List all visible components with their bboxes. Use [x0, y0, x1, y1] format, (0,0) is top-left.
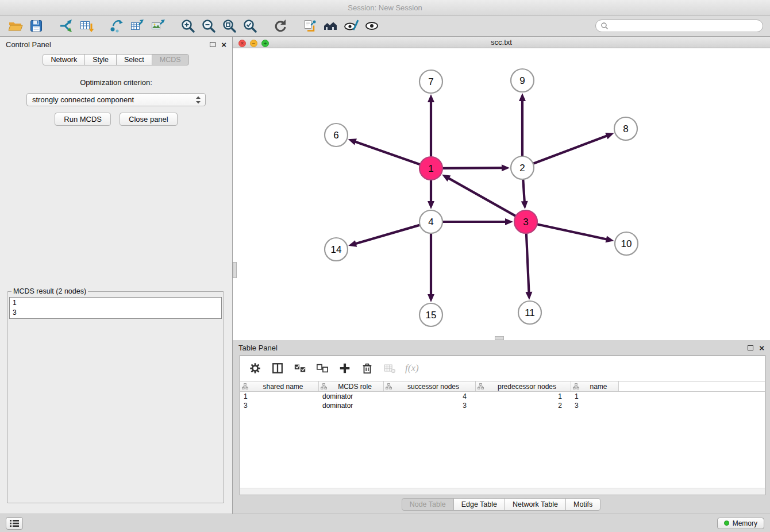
export-network-icon[interactable] [108, 17, 125, 34]
tab-node-table[interactable]: Node Table [402, 498, 454, 511]
tab-network[interactable]: Network [43, 54, 85, 65]
table-hscrollbar[interactable] [240, 488, 765, 495]
splitter-handle-bottom[interactable] [495, 336, 504, 340]
search-box[interactable] [595, 20, 763, 32]
column-header-name[interactable]: name [571, 381, 619, 391]
zoom-selected-icon[interactable] [241, 17, 259, 34]
column-visibility-icon[interactable] [271, 361, 284, 375]
network-window-titlebar[interactable]: × − + scc.txt [233, 37, 770, 48]
tab-edge-table[interactable]: Edge Table [453, 498, 505, 511]
settings-gear-icon[interactable] [248, 361, 262, 375]
criterion-dropdown[interactable]: strongly connected component [26, 93, 206, 106]
delete-row-icon[interactable] [360, 361, 374, 375]
import-table-icon[interactable] [78, 17, 95, 34]
table-cell[interactable]: dominator [319, 392, 384, 400]
column-header-successor-nodes[interactable]: successor nodes [384, 381, 476, 391]
mcds-result-list[interactable]: 1 3 [9, 297, 222, 319]
refresh-icon[interactable] [271, 17, 288, 34]
show-hide-eye-icon[interactable] [363, 17, 380, 34]
svg-text:14: 14 [331, 244, 342, 255]
table-cell[interactable]: 3 [571, 402, 619, 410]
import-network-icon[interactable] [57, 17, 75, 34]
home-icon[interactable] [322, 17, 339, 34]
tab-mcds[interactable]: MCDS [152, 54, 189, 65]
select-all-icon[interactable] [293, 361, 307, 375]
zoom-fit-icon[interactable] [221, 17, 238, 34]
graph-node-2[interactable]: 2 [511, 156, 534, 179]
visual-style-eye-icon[interactable] [342, 17, 360, 34]
function-builder-icon[interactable]: f(x) [405, 363, 419, 374]
graph-node-15[interactable]: 15 [419, 303, 442, 326]
graph-edge-4-3[interactable] [443, 218, 513, 225]
splitter-handle-left[interactable] [233, 262, 237, 278]
unselect-all-icon[interactable] [315, 361, 329, 375]
tab-style[interactable]: Style [84, 54, 117, 65]
graph-node-1[interactable]: 1 [419, 157, 442, 180]
table-cell[interactable]: 2 [476, 402, 571, 410]
graph-edge-1-6[interactable] [348, 138, 419, 164]
graph-node-10[interactable]: 10 [615, 232, 638, 255]
graph-node-9[interactable]: 9 [511, 69, 534, 92]
zoom-in-icon[interactable] [179, 17, 197, 34]
column-header-shared-name[interactable]: shared name [240, 381, 319, 391]
tab-motifs[interactable]: Motifs [565, 498, 600, 511]
network-graph[interactable]: 7968124314101511 [233, 48, 770, 338]
column-header-predecessor-nodes[interactable]: predecessor nodes [476, 381, 571, 391]
table-row[interactable]: 1dominator411 [240, 392, 765, 401]
close-table-panel-icon[interactable]: × [759, 344, 764, 352]
graph-edge-3-1[interactable] [442, 175, 515, 216]
graph-node-8[interactable]: 8 [614, 117, 637, 140]
graph-edge-3-10[interactable] [538, 224, 614, 242]
graph-edge-1-2[interactable] [443, 164, 510, 171]
close-window-button[interactable]: × [238, 40, 246, 47]
close-panel-icon[interactable]: × [221, 40, 226, 49]
table-cell[interactable]: 1 [571, 392, 619, 400]
graph-edge-1-7[interactable] [428, 94, 434, 156]
table-cell[interactable]: dominator [319, 402, 384, 410]
search-input[interactable] [611, 22, 758, 30]
table-cell[interactable]: 3 [384, 402, 476, 410]
zoom-window-button[interactable]: + [261, 40, 269, 47]
graph-edge-2-9[interactable] [519, 93, 526, 156]
float-panel-icon[interactable] [210, 42, 215, 47]
graph-node-4[interactable]: 4 [419, 210, 442, 233]
graph-edge-1-4[interactable] [428, 180, 434, 209]
float-table-panel-icon[interactable] [748, 345, 753, 350]
table-panel-title: Table Panel [238, 344, 278, 352]
clear-table-icon[interactable] [383, 361, 396, 375]
export-image-icon[interactable] [149, 17, 167, 34]
zoom-out-icon[interactable] [200, 17, 217, 34]
network-canvas[interactable]: 7968124314101511 [233, 48, 770, 340]
graph-node-6[interactable]: 6 [325, 124, 348, 147]
tab-select[interactable]: Select [116, 54, 152, 65]
open-session-icon[interactable] [7, 17, 24, 34]
task-history-button[interactable] [6, 517, 23, 530]
close-panel-button[interactable]: Close panel [120, 113, 178, 126]
graph-node-11[interactable]: 11 [518, 301, 541, 324]
minimize-window-button[interactable]: − [250, 40, 257, 47]
column-header-mcds-role[interactable]: MCDS role [319, 381, 384, 391]
table-cell[interactable]: 3 [240, 402, 319, 410]
table-row[interactable]: 3dominator323 [240, 401, 765, 410]
graph-node-3[interactable]: 3 [514, 210, 537, 233]
table-cell[interactable]: 4 [384, 392, 476, 400]
export-table-icon[interactable] [129, 17, 146, 34]
graph-edge-4-14[interactable] [348, 225, 419, 247]
graph-edge-4-15[interactable] [428, 234, 434, 302]
graph-edge-3-11[interactable] [525, 234, 532, 300]
graph-node-7[interactable]: 7 [419, 70, 442, 93]
graph-edge-2-8[interactable] [534, 133, 614, 163]
run-mcds-button[interactable]: Run MCDS [55, 113, 111, 126]
graph-node-14[interactable]: 14 [325, 238, 348, 261]
graph-edge-2-3[interactable] [521, 180, 528, 209]
memory-status-dot [724, 521, 729, 526]
memory-button[interactable]: Memory [717, 518, 764, 529]
tab-network-table[interactable]: Network Table [505, 498, 566, 511]
table-cell[interactable]: 1 [476, 392, 571, 400]
table-cell[interactable]: 1 [240, 392, 319, 400]
open-network-document-icon[interactable] [301, 17, 318, 34]
save-session-icon[interactable] [28, 17, 45, 34]
control-panel-body: Optimization criterion: strongly connect… [0, 65, 232, 514]
add-row-icon[interactable] [338, 361, 352, 375]
window-titlebar[interactable]: Session: New Session [0, 0, 770, 16]
